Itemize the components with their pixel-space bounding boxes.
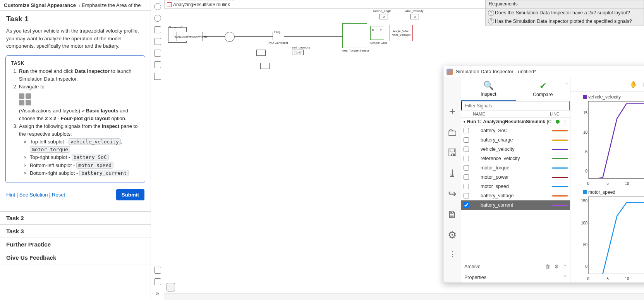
signal-name: reference_velocity <box>472 156 549 161</box>
signal-row-vehicle_velocity[interactable]: vehicle_velocity <box>461 145 570 154</box>
datastore-icon[interactable] <box>167 283 175 291</box>
sed-const[interactable]: 76.47 <box>292 50 304 55</box>
task-step-2: Navigate to (Visualizations and layouts)… <box>19 83 139 122</box>
box-icon[interactable] <box>154 73 161 80</box>
archive-row[interactable]: Archive 🗑⚙⌃ <box>461 261 570 272</box>
properties-collapse-icon[interactable]: ⌃ <box>563 274 567 280</box>
camera-icon[interactable] <box>154 267 161 274</box>
accordion-further-practice[interactable]: Further Practice <box>0 238 151 251</box>
signal-checkbox[interactable] <box>464 174 469 180</box>
compare-tab[interactable]: ✔ Compare <box>516 77 570 101</box>
sum-block[interactable] <box>225 32 235 42</box>
save-icon[interactable]: 🖫 <box>447 147 457 159</box>
anglewind-block[interactable]: Angle_Wind Axle_VehSpd <box>390 25 413 41</box>
signal-panel: 🔍 Inspect ✔ Compare ‹ NAMELINE <box>461 77 570 283</box>
sdi-titlebar[interactable]: Simulation Data Inspector - untitled* — … <box>443 66 644 77</box>
zoom-icon[interactable] <box>154 15 161 22</box>
accordion-task-2[interactable]: Task 2 <box>0 211 151 224</box>
gain-block-2[interactable] <box>260 63 270 69</box>
run-row[interactable]: ▾ Run 1: AnalyzingResultsinSimulink[C ⋮ <box>461 118 570 126</box>
signal-row-reference_velocity[interactable]: reference_velocity <box>461 154 570 163</box>
more-icon[interactable]: ⋮ <box>449 250 456 258</box>
plot-legend: motor_speed <box>573 190 644 195</box>
signal-checkbox[interactable] <box>464 128 469 133</box>
run-status-dot <box>556 120 560 124</box>
folder-icon[interactable]: 🗀 <box>447 126 457 138</box>
signal-line-swatch <box>552 186 568 187</box>
signal-line-swatch <box>552 205 568 206</box>
import-icon[interactable]: ⤓ <box>448 167 457 179</box>
expand-run-icon[interactable]: ▾ <box>464 120 465 124</box>
signal-checkbox[interactable] <box>464 147 469 152</box>
plot-axes[interactable] <box>588 101 644 179</box>
signal-name: battery_voltage <box>472 193 549 198</box>
incline-const[interactable]: 0 <box>380 14 388 19</box>
signal-line-swatch <box>552 158 568 159</box>
signal-checkbox[interactable] <box>464 202 469 208</box>
filter-input[interactable] <box>461 101 570 110</box>
torque-sensor-block[interactable] <box>342 23 367 48</box>
record-icon[interactable] <box>154 278 161 285</box>
fit-icon[interactable] <box>154 26 161 33</box>
expand-icon[interactable] <box>154 3 161 10</box>
annotation-icon[interactable] <box>154 50 161 57</box>
signal-checkbox[interactable] <box>464 137 469 143</box>
signal-row-motor_speed[interactable]: motor_speed <box>461 182 570 191</box>
signal-line-swatch <box>552 140 568 141</box>
tool-strip: » <box>151 0 164 300</box>
see-solution-link[interactable]: See Solution <box>19 192 48 198</box>
signal-checkbox[interactable] <box>464 184 469 189</box>
hint-link[interactable]: Hint <box>6 192 15 198</box>
add-icon[interactable]: ＋ <box>447 104 457 118</box>
sdi-side-toolbar: ＋ 🗀 🖫 ⤓ ↪ 🗎 ⚙ ⋮ <box>443 77 461 283</box>
submit-button[interactable]: Submit <box>116 189 144 200</box>
signal-checkbox[interactable] <box>464 156 469 161</box>
properties-row[interactable]: Properties ⌃ <box>461 272 570 283</box>
signal-row-battery_charge[interactable]: battery_charge <box>461 135 570 145</box>
run-menu-icon[interactable]: ⋮ <box>563 119 568 124</box>
accordion-task-3[interactable]: Task 3 <box>0 224 151 238</box>
task-box: TASK Run the model and click Data Inspec… <box>5 55 145 183</box>
signal-line-swatch <box>552 149 568 150</box>
plot-legend: vehicle_velocity <box>573 94 644 100</box>
collapse-icon[interactable]: » <box>156 290 159 297</box>
reset-link[interactable]: Reset <box>52 192 65 198</box>
report-icon[interactable]: 🗎 <box>447 209 457 221</box>
wind-const[interactable]: 0 <box>410 14 419 19</box>
trash-icon[interactable]: 🗑 <box>545 264 550 269</box>
subplot-motor_speed[interactable]: motor_speed Time Plot ••• 05010015005101… <box>570 187 644 283</box>
signal-line-swatch <box>552 177 568 178</box>
hand-icon[interactable]: ✋ <box>630 81 637 88</box>
requirements-panel: Requirements Does the Simulation Data In… <box>485 0 644 26</box>
model-tab[interactable]: AnalyzingResultsinSimulink <box>164 0 234 8</box>
inspect-tab[interactable]: 🔍 Inspect <box>461 77 516 101</box>
task-step-1: Run the model and click Data Inspector t… <box>19 67 139 83</box>
signal-checkbox[interactable] <box>464 165 469 171</box>
signal-checkbox[interactable] <box>464 193 469 198</box>
export-icon[interactable]: ↪ <box>448 188 457 200</box>
accordion-feedback[interactable]: Give Us Feedback <box>0 251 151 264</box>
settings-icon[interactable]: ⚙ <box>448 229 457 241</box>
gain-block-1[interactable] <box>256 50 266 56</box>
image-icon[interactable] <box>154 61 161 68</box>
signal-name: motor_torque <box>472 165 549 171</box>
signal-row-motor_power[interactable]: motor_power <box>461 172 570 182</box>
subplot-vehicle_velocity[interactable]: vehicle_velocity 05101505101520 <box>570 92 644 187</box>
task-intro: As you test your vehicle with the trapez… <box>0 24 151 55</box>
swap-icon[interactable] <box>154 38 161 45</box>
archive-settings-icon[interactable]: ⚙ <box>554 264 559 269</box>
signal-row-battery_voltage[interactable]: battery_voltage <box>461 191 570 200</box>
horizontal-scrollbar[interactable] <box>164 293 644 300</box>
breadcrumb-root[interactable]: Customize Signal Appearance <box>4 2 76 8</box>
signal-row-battery_current[interactable]: battery_current <box>461 200 570 210</box>
plot-axes[interactable] <box>588 197 644 274</box>
help-links: Hint | See Solution | Reset <box>6 192 65 198</box>
trapezoid-block[interactable]: TrapezoidalVelocityProfile <box>177 32 203 41</box>
signal-row-battery_SoC[interactable]: battery_SoC <box>461 126 570 135</box>
requirement-1: Does the Simulation Data Inspector have … <box>486 9 644 17</box>
task-title: Task 1 <box>0 11 151 24</box>
archive-collapse-icon[interactable]: ⌃ <box>563 264 567 269</box>
col-line: LINE <box>550 112 567 116</box>
collapse-panel-icon[interactable]: ‹ <box>566 80 568 86</box>
signal-row-motor_torque[interactable]: motor_torque <box>461 163 570 172</box>
